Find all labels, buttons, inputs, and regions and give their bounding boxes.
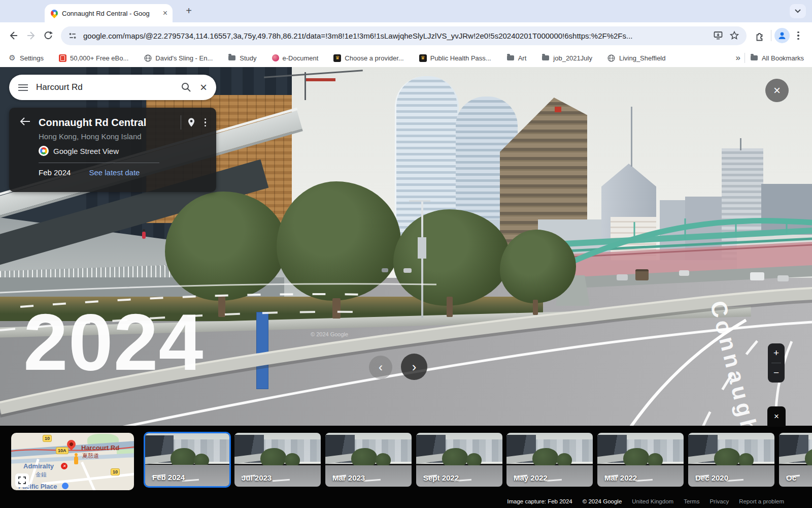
timeline-thumb-jul-2023[interactable]: Jul 2023 [234, 433, 321, 487]
bookmark-study-folder[interactable]: Study [228, 54, 256, 62]
map-place-label-zh: 夏慤道 [82, 452, 99, 460]
terms-link[interactable]: Terms [684, 498, 699, 504]
thumb-label: Dec 2020 [695, 473, 728, 482]
menu-hamburger-icon[interactable] [18, 84, 28, 91]
bookmark-label: Settings [20, 54, 44, 62]
thumb-label: Jul 2023 [242, 473, 272, 482]
globe-icon [607, 54, 616, 62]
extensions-button[interactable] [751, 27, 768, 44]
forward-arrow-icon [26, 30, 36, 41]
bookmark-star-icon[interactable] [729, 30, 739, 41]
timeline-thumb-mar-2022[interactable]: Mar 2022 [597, 433, 684, 487]
minimap-thumbnail[interactable]: 10 10A 10 Harcourt Rd 夏慤道 Admiralty 金鐘 ✕… [11, 433, 134, 490]
streetview-close-button[interactable]: × [765, 79, 789, 102]
timeline-thumb-mar-2023[interactable]: Mar 2023 [325, 433, 412, 487]
bookmark-choose-provider[interactable]: Choose a provider... [333, 54, 403, 62]
fullscreen-icon [18, 477, 26, 484]
bookmark-label: Public Health Pass... [430, 54, 491, 62]
bookmark-settings[interactable]: Settings [8, 54, 44, 62]
forward-button[interactable] [22, 27, 40, 44]
panel-back-arrow[interactable] [16, 117, 33, 128]
profile-avatar[interactable] [774, 28, 790, 43]
pegman-icon [74, 456, 78, 464]
thumb-label: Feb 2024 [152, 473, 185, 482]
reload-button[interactable] [40, 27, 57, 44]
maps-search-box[interactable]: × [9, 75, 216, 100]
privacy-link[interactable]: Privacy [709, 498, 729, 504]
search-input[interactable] [36, 82, 173, 92]
bookmark-free-ebooks[interactable]: 50,000+ Free eBo... [59, 54, 128, 62]
map-station-label: Admiralty [23, 462, 54, 470]
install-app-icon[interactable] [713, 30, 723, 41]
place-subtitle: Hong Kong, Hong Kong Island [39, 132, 216, 141]
bookmarks-overflow-chevron[interactable]: » [735, 53, 739, 63]
timeline-thumb-may-2022[interactable]: May 2022 [506, 433, 593, 487]
timeline-close-button[interactable]: × [767, 406, 786, 427]
car [403, 268, 412, 273]
tab-search-chevron[interactable] [790, 4, 806, 18]
navigate-back-arrow[interactable]: ‹ [369, 356, 392, 379]
search-icon[interactable] [181, 82, 192, 93]
fullscreen-map-button[interactable] [15, 473, 29, 487]
see-latest-date-link[interactable]: See latest date [89, 168, 140, 177]
map-pin-icon[interactable] [186, 117, 196, 128]
extensions-puzzle-icon [754, 30, 765, 41]
new-tab-button[interactable]: + [183, 5, 195, 17]
zoom-in-button[interactable]: + [768, 343, 785, 363]
map-station-label-zh: 金鐘 [36, 471, 47, 479]
truck [635, 269, 649, 280]
bookmark-public-health[interactable]: Public Health Pass... [419, 54, 491, 62]
person-icon [777, 31, 787, 40]
thumb-label: Sept 2022 [423, 473, 459, 482]
zoom-out-button[interactable]: − [768, 363, 785, 383]
browser-toolbar: google.com/maps/@22.2795734,114.16557,3a… [0, 22, 812, 49]
address-bar[interactable]: google.com/maps/@22.2795734,114.16557,3a… [61, 26, 747, 45]
panel-divider [181, 115, 181, 130]
car [777, 275, 789, 281]
thumb-label: Oc [786, 473, 796, 482]
map-place-label: Harcourt Rd [81, 444, 119, 452]
bookmarks-divider [745, 53, 745, 63]
browser-tab[interactable]: Connaught Rd Central - Goog × [45, 4, 173, 22]
tab-close-icon[interactable]: × [163, 9, 167, 17]
bookmark-art-folder[interactable]: Art [506, 54, 527, 62]
maps-favicon-icon [49, 8, 59, 18]
timeline-thumb-oct[interactable]: Oc [779, 433, 812, 487]
bookmark-davids-sling[interactable]: David's Sling - En... [144, 54, 213, 62]
globe-icon [144, 54, 152, 62]
bookmark-job-folder[interactable]: job_2021July [542, 54, 592, 62]
bookmark-living-sheffield[interactable]: Living_Sheffield [607, 54, 666, 62]
street-view-viewport[interactable]: 2024 © 2024 Google Connaught Rd Central … [0, 67, 812, 508]
copyright-watermark: © 2024 Google [311, 331, 348, 337]
van [750, 272, 764, 280]
tab-strip: Connaught Rd Central - Goog × + [0, 0, 812, 22]
timeline-thumb-feb-2024[interactable]: Feb 2024 [144, 432, 231, 488]
report-problem-link[interactable]: Report a problem [739, 498, 784, 504]
clear-search-icon[interactable]: × [200, 82, 207, 93]
all-bookmarks-button[interactable]: All Bookmarks [750, 54, 804, 62]
crown-icon [333, 54, 341, 62]
folder-icon [542, 54, 550, 62]
folder-icon [750, 54, 758, 62]
car [382, 268, 388, 272]
browser-menu-button[interactable] [790, 27, 807, 44]
swirl-icon [272, 54, 279, 61]
timeline-thumb-dec-2020[interactable]: Dec 2020 [688, 433, 774, 487]
bookmark-label: David's Sling - En... [155, 54, 213, 62]
book-icon [59, 54, 66, 62]
back-button[interactable] [5, 27, 22, 44]
timeline-filmstrip: 10 10A 10 Harcourt Rd 夏慤道 Admiralty 金鐘 ✕… [0, 426, 812, 508]
thumb-label: May 2022 [514, 473, 548, 482]
url-text: google.com/maps/@22.2795734,114.16557,3a… [83, 31, 707, 40]
attribution-bar: Image capture: Feb 2024 © 2024 Google Un… [0, 498, 784, 504]
bookmark-e-document[interactable]: e-Document [272, 54, 319, 62]
bookmark-label: e-Document [283, 54, 319, 62]
route-shield: 10A [56, 447, 69, 454]
panel-menu-icon[interactable] [201, 118, 210, 127]
image-capture-date: Image capture: Feb 2024 [507, 498, 572, 504]
navigate-forward-arrow[interactable]: › [401, 354, 427, 380]
route-shield: 10 [43, 435, 52, 442]
google-logo-icon [39, 146, 49, 156]
chevron-down-icon [795, 9, 801, 13]
timeline-thumb-sept-2022[interactable]: Sept 2022 [416, 433, 502, 487]
